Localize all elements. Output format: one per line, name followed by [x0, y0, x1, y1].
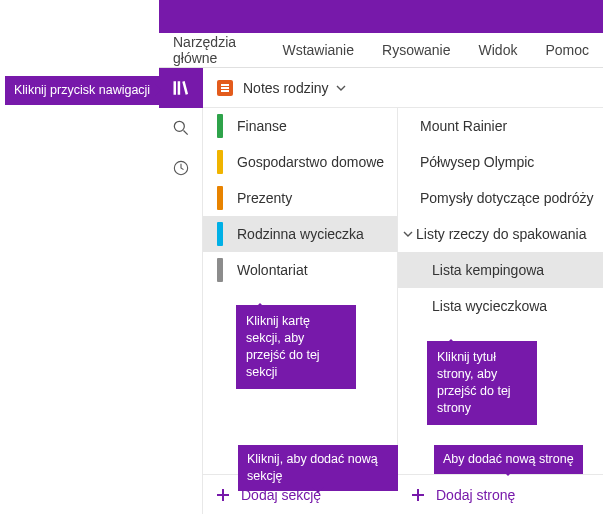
- chevron-down-icon: [335, 82, 347, 94]
- ribbon-tab-help[interactable]: Pomoc: [545, 42, 603, 58]
- add-page-label: Dodaj stronę: [436, 487, 515, 503]
- search-button[interactable]: [159, 108, 203, 148]
- callout-nav: Kliknij przycisk nawigacji: [5, 76, 159, 105]
- search-icon: [171, 118, 191, 138]
- callout-page: Kliknij tytuł strony, aby przejść do tej…: [427, 341, 537, 425]
- sections-panel: Finanse Gospodarstwo domowe Prezenty Rod…: [203, 108, 398, 474]
- page-item[interactable]: Mount Rainier: [398, 108, 603, 144]
- section-color-stripe: [217, 258, 223, 282]
- ribbon: Narzędzia główne Wstawianie Rysowanie Wi…: [159, 33, 603, 68]
- svg-line-1: [183, 131, 187, 135]
- section-label: Gospodarstwo domowe: [237, 154, 384, 170]
- notebook-picker[interactable]: Notes rodziny: [203, 68, 603, 108]
- page-label: Listy rzeczy do spakowania: [416, 226, 586, 242]
- svg-point-0: [174, 121, 184, 131]
- section-label: Rodzinna wycieczka: [237, 226, 364, 242]
- section-label: Prezenty: [237, 190, 292, 206]
- page-item-expandable[interactable]: Listy rzeczy do spakowania: [398, 216, 603, 252]
- plus-icon: [215, 487, 231, 503]
- section-item[interactable]: Rodzinna wycieczka: [203, 216, 397, 252]
- page-item[interactable]: Lista kempingowa: [398, 252, 603, 288]
- ribbon-tab-home[interactable]: Narzędzia główne: [173, 34, 254, 66]
- ribbon-tab-insert[interactable]: Wstawianie: [282, 42, 354, 58]
- plus-icon: [410, 487, 426, 503]
- section-item[interactable]: Gospodarstwo domowe: [203, 144, 397, 180]
- chevron-down-icon: [402, 228, 414, 240]
- recent-button[interactable]: [159, 148, 203, 188]
- page-label: Mount Rainier: [420, 118, 507, 134]
- section-color-stripe: [217, 186, 223, 210]
- page-label: Lista kempingowa: [432, 262, 544, 278]
- page-label: Pomysły dotyczące podróży: [420, 190, 594, 206]
- notebook-title: Notes rodziny: [243, 80, 329, 96]
- callout-text: Kliknij kartę sekcji, aby przejść do tej…: [246, 314, 320, 379]
- callout-text: Kliknij tytuł strony, aby przejść do tej…: [437, 350, 511, 415]
- section-item[interactable]: Prezenty: [203, 180, 397, 216]
- title-bar: [159, 0, 603, 33]
- left-rail: [159, 68, 203, 514]
- callout-text: Aby dodać nową stronę: [443, 452, 574, 466]
- callout-add-section: Kliknij, aby dodać nową sekcję: [238, 445, 398, 491]
- ribbon-tab-view[interactable]: Widok: [479, 42, 518, 58]
- callout-section: Kliknij kartę sekcji, aby przejść do tej…: [236, 305, 356, 389]
- page-item[interactable]: Półwysep Olympic: [398, 144, 603, 180]
- callout-add-page: Aby dodać nową stronę: [434, 445, 583, 474]
- page-item[interactable]: Pomysły dotyczące podróży: [398, 180, 603, 216]
- section-label: Finanse: [237, 118, 287, 134]
- callout-text: Kliknij przycisk nawigacji: [14, 83, 150, 97]
- page-label: Lista wycieczkowa: [432, 298, 547, 314]
- page-label: Półwysep Olympic: [420, 154, 534, 170]
- clock-icon: [171, 158, 191, 178]
- section-label: Wolontariat: [237, 262, 308, 278]
- section-item[interactable]: Finanse: [203, 108, 397, 144]
- callout-text: Kliknij, aby dodać nową sekcję: [247, 452, 378, 483]
- add-page-button[interactable]: Dodaj stronę: [398, 474, 603, 514]
- section-color-stripe: [217, 222, 223, 246]
- section-item[interactable]: Wolontariat: [203, 252, 397, 288]
- ribbon-tab-draw[interactable]: Rysowanie: [382, 42, 450, 58]
- section-color-stripe: [217, 150, 223, 174]
- library-icon: [171, 78, 191, 98]
- page-item[interactable]: Lista wycieczkowa: [398, 288, 603, 324]
- notebook-icon: [217, 80, 233, 96]
- section-color-stripe: [217, 114, 223, 138]
